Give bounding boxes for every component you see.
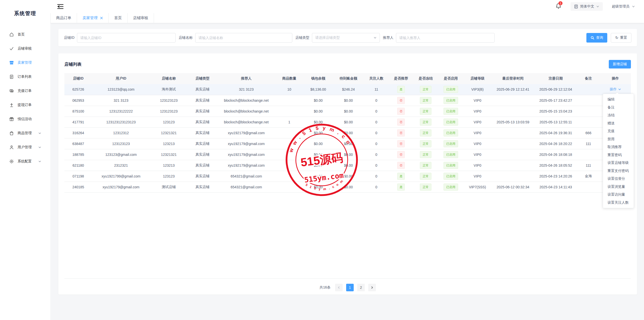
action-menu-item[interactable]: 重置支付密码: [603, 167, 634, 175]
sidebar-item-home[interactable]: 首页: [0, 27, 50, 42]
cell-pending: $0.00: [333, 149, 364, 160]
cell-level: VIP0: [463, 95, 492, 106]
cell-recommend: 否: [389, 95, 413, 106]
action-menu-item[interactable]: 备注: [603, 103, 634, 112]
freeze-badge: 正常: [420, 129, 431, 136]
shop-id-input[interactable]: [77, 33, 176, 43]
cell-level: VIP0: [463, 149, 492, 160]
page-button-2[interactable]: 2: [357, 284, 365, 291]
cell-register: 2025-04-23 14:11:43: [534, 182, 577, 192]
chevron-right-icon: [371, 286, 374, 289]
action-menu-item[interactable]: 赠送: [603, 119, 634, 127]
sidebar-item-recharge-orders[interactable]: 充值订单: [0, 84, 50, 98]
cell-followers: 0: [364, 127, 389, 138]
close-icon[interactable]: [100, 17, 103, 19]
cell-recommend: 否: [389, 117, 413, 127]
home-icon: [9, 32, 14, 37]
page-button-1[interactable]: 1: [346, 284, 354, 291]
action-label: 操作: [610, 87, 617, 92]
freeze-badge: 正常: [420, 140, 431, 147]
cell-last-login: [492, 171, 534, 182]
row-action-trigger[interactable]: 操作: [610, 87, 621, 92]
language-selector[interactable]: 简体中文: [571, 2, 603, 11]
table-row: 638487123123123123213真实店铺xyu192179@gmail…: [64, 138, 631, 149]
action-menu-item[interactable]: 禁用: [603, 135, 634, 143]
cell-recommend: 否: [389, 127, 413, 138]
cell-id: 417791: [64, 117, 92, 127]
sidebar-item-shop-review[interactable]: 店铺审核: [0, 42, 50, 56]
tab-goods-orders[interactable]: 商品订单: [50, 13, 77, 23]
sidebar-item-order-list[interactable]: 订单列表: [0, 70, 50, 84]
action-menu-item[interactable]: 设置浏览量: [603, 183, 634, 191]
cell-register: 2025-06-29 12:12:04: [534, 84, 577, 95]
sidebar-item-goods-management[interactable]: 商品管理: [0, 126, 50, 140]
shop-list-card: 店铺列表 新增店铺 店铺ID用户ID店铺名称店铺类型推荐人商品数量钱包余额待到账…: [58, 53, 637, 295]
withdraw-icon: [9, 102, 14, 108]
tab-home[interactable]: 首页: [108, 13, 128, 23]
shop-name-input[interactable]: [195, 33, 292, 43]
sidebar-item-seller-management[interactable]: 卖家管理: [0, 56, 50, 70]
cell-level: VIP0: [463, 160, 492, 171]
action-menu-item[interactable]: 设置关注人数: [603, 199, 634, 207]
notifications-button[interactable]: 1: [555, 3, 561, 10]
action-menu-item[interactable]: 重置密码: [603, 151, 634, 159]
next-page-button[interactable]: [368, 284, 376, 291]
cell-wallet: $8,136.00: [303, 84, 333, 95]
cell-enable: 已启用: [438, 127, 463, 138]
sidebar-collapse-button[interactable]: [57, 3, 64, 10]
sidebar-item-user-management[interactable]: 用户管理: [0, 140, 50, 154]
cell-remark: [577, 182, 600, 192]
cell-enable: 已启用: [438, 160, 463, 171]
add-shop-button[interactable]: 新增店铺: [609, 60, 631, 68]
cell-goods: [275, 95, 303, 106]
action-menu-item[interactable]: 设置信誉分: [603, 175, 634, 183]
user-menu[interactable]: 超级管理员: [612, 4, 635, 9]
column-header: 店铺类型: [188, 73, 217, 84]
recommend-badge: 否: [397, 151, 405, 158]
chevron-down-icon: [618, 88, 621, 91]
table-row: 625726123123@qq.com海外测试真实店铺321 312310$8,…: [64, 84, 631, 95]
shop-table-body: 625726123123@qq.com海外测试真实店铺321 312310$8,…: [64, 84, 631, 192]
action-menu-item[interactable]: 设置访问量: [603, 191, 634, 199]
reset-button[interactable]: ↻ 重置: [611, 33, 631, 43]
shop-type-select[interactable]: 请选择店铺类型: [312, 33, 380, 43]
search-button[interactable]: 查询: [586, 33, 607, 43]
cell-freeze: 正常: [413, 171, 438, 182]
cell-name: 123123123: [150, 106, 188, 117]
cell-goods: [275, 106, 303, 117]
sidebar: 系统管理 首页 店铺审核 卖家管理 订单列表 充值订单: [0, 0, 50, 320]
cell-recommend: 是: [389, 182, 413, 192]
cell-type: 真实店铺: [188, 84, 217, 95]
cell-freeze: 正常: [413, 160, 438, 171]
cell-wallet: $0.00: [303, 182, 333, 192]
column-header: 商品数量: [275, 73, 303, 84]
enable-badge: 已启用: [444, 151, 458, 158]
enable-badge: 已启用: [444, 108, 458, 115]
freeze-badge: 正常: [420, 86, 431, 93]
action-menu-item[interactable]: 充值: [603, 127, 634, 135]
sidebar-item-withdraw-orders[interactable]: 提现订单: [0, 98, 50, 112]
sidebar-item-couple-activity[interactable]: 情侣活动: [0, 112, 50, 126]
action-menu-item[interactable]: 取消推荐: [603, 143, 634, 151]
sidebar-item-system-config[interactable]: 系统配置: [0, 154, 50, 168]
cell-wallet: $0.00: [303, 127, 333, 138]
tab-shop-review[interactable]: 店铺审核: [127, 13, 154, 23]
cell-referrer: xyu192179@gmail.com: [217, 127, 275, 138]
action-menu-item[interactable]: 编辑: [603, 95, 634, 103]
action-menu-item[interactable]: 冻结: [603, 111, 634, 119]
cell-enable: 已启用: [438, 84, 463, 95]
recharge-icon: [9, 88, 14, 93]
cell-id: 316264: [64, 127, 92, 138]
shop-name-label: 店铺名称: [179, 35, 193, 40]
cell-goods: 10: [275, 84, 303, 95]
tab-seller-management[interactable]: 卖家管理: [77, 13, 109, 23]
referrer-input[interactable]: [396, 33, 495, 43]
filter-buttons: 查询 ↻ 重置: [586, 33, 631, 43]
recommend-badge: 否: [397, 119, 405, 126]
sidebar-item-label: 店铺审核: [18, 46, 32, 51]
cell-wallet: $0.00: [303, 95, 333, 106]
action-menu-item[interactable]: 设置店铺等级: [603, 159, 634, 167]
prev-page-button[interactable]: [335, 284, 343, 291]
cell-register: 2025-04-26 19:36:31: [534, 127, 577, 138]
cell-name: 123213: [150, 138, 188, 149]
